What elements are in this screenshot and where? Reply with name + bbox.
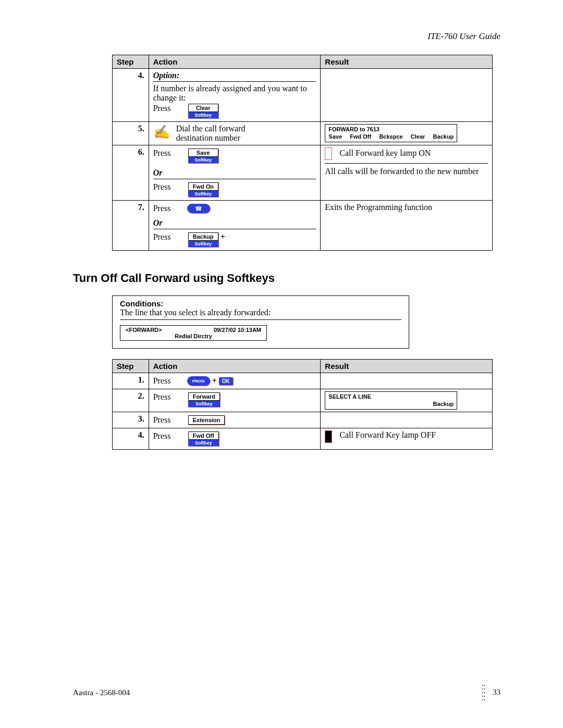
page-root: ITE-760 User Guide Step Action Result 4.… xyxy=(0,0,563,728)
action-cell: ✍ Dial the call forward destination numb… xyxy=(149,122,321,145)
step-number: 4. xyxy=(113,69,149,122)
result-cell: Call Forward Key lamp OFF xyxy=(321,428,493,449)
action-cell: Press ☎ Or Press Backup Softkey + xyxy=(149,201,321,251)
press-label: Press xyxy=(153,232,182,242)
table-row: 6. Press Save Softkey Or Press Fwd On So… xyxy=(113,145,493,201)
extension-key: Extension xyxy=(188,415,225,425)
softkey-sublabel: Softkey xyxy=(188,440,219,446)
dots-icon: ·········· xyxy=(482,684,486,702)
option-heading: Option: xyxy=(153,71,316,82)
step-number: 7. xyxy=(113,201,149,251)
action-cell: Press Save Softkey Or Press Fwd On Softk… xyxy=(149,145,321,201)
press-label: Press xyxy=(153,392,182,402)
press-label: Press xyxy=(153,415,182,425)
forward-softkey: Forward Softkey xyxy=(188,392,220,407)
table-row: 1. Press PROG + OK xyxy=(113,373,493,389)
step-number: 1. xyxy=(113,373,149,389)
press-label: Press xyxy=(153,149,182,158)
table-row: 2. Press Forward Softkey SELECT A LINE B… xyxy=(113,389,493,412)
key-label: Save xyxy=(188,149,218,157)
col-step: Step xyxy=(113,55,149,69)
press-label: Press xyxy=(153,431,182,441)
footer-left: Aastra - 2568-004 xyxy=(73,688,130,697)
key-label: Clear xyxy=(188,104,218,112)
col-action: Action xyxy=(149,55,321,69)
lcd-right: Backup xyxy=(328,400,454,408)
action-cell: Option: If number is already assigned an… xyxy=(149,69,321,122)
steps-table-2: Step Action Result 1. Press PROG + OK 2. xyxy=(112,359,493,450)
phone-icon: ☎ xyxy=(195,205,202,212)
col-result: Result xyxy=(321,360,493,373)
lamp-on-icon xyxy=(325,147,332,160)
col-result: Result xyxy=(321,55,493,69)
press-label: Press xyxy=(153,104,182,113)
result-cell: FORWARD to 7613 Save Fwd Off Bckspce Cle… xyxy=(321,122,493,145)
doc-header: ITE-760 User Guide xyxy=(73,31,500,42)
col-step: Step xyxy=(113,360,149,373)
key-label: Fwd On xyxy=(188,182,218,191)
table-row: 4. Press Fwd Off Softkey Call Forward Ke… xyxy=(113,428,493,449)
backup-softkey: Backup Softkey xyxy=(188,232,218,247)
action-cell: Press PROG + OK xyxy=(149,373,321,389)
lcd-right: 09/27/02 10:13AM xyxy=(214,327,261,333)
table-row: 7. Press ☎ Or Press Backup Softkey + xyxy=(113,201,493,251)
page-footer: Aastra - 2568-004 ·········· 33 xyxy=(73,684,500,702)
action-text: If number is already assigned and you wa… xyxy=(153,84,316,103)
table-row: 3. Press Extension xyxy=(113,412,493,428)
result-cell xyxy=(321,373,493,389)
lcd-line1: FORWARD to 7613 xyxy=(328,126,454,133)
plus-icon: + xyxy=(212,376,217,386)
step-number: 3. xyxy=(113,412,149,428)
lamp-text: Call Forward Key lamp OFF xyxy=(339,430,444,440)
section-heading: Turn Off Call Forward using Softkeys xyxy=(73,272,500,285)
softkey-sublabel: Softkey xyxy=(188,112,218,118)
table-row: 5. ✍ Dial the call forward destination n… xyxy=(113,122,493,145)
fwdon-softkey: Fwd On Softkey xyxy=(188,182,218,197)
lcd-line1: SELECT A LINE xyxy=(328,393,454,400)
col-action: Action xyxy=(149,360,321,373)
result-cell: Exits the Programming function xyxy=(321,201,493,251)
softkey-sublabel: Softkey xyxy=(188,401,220,407)
table2-header-row: Step Action Result xyxy=(113,360,493,373)
conditions-box: Conditions: The line that you select is … xyxy=(112,295,409,349)
lcd-key: Clear xyxy=(411,133,425,140)
press-label: Press xyxy=(153,376,182,386)
press-label: Press xyxy=(153,182,182,192)
write-icon: ✍ xyxy=(153,124,170,140)
prog-hardkey: PROG xyxy=(187,376,210,386)
clear-softkey: Clear Softkey xyxy=(188,104,218,118)
steps-table-1: Step Action Result 4. Option: If number … xyxy=(112,55,493,251)
lcd-left: <FORWARD> xyxy=(126,327,162,333)
lcd-bottom: Redial Dirctry xyxy=(126,333,261,339)
conditions-title: Conditions: xyxy=(120,299,401,308)
lcd-display: SELECT A LINE Backup xyxy=(325,391,457,410)
result-cell: Call Forward key lamp ON All calls will … xyxy=(321,145,493,201)
step-number: 6. xyxy=(113,145,149,201)
page-number: 33 xyxy=(493,688,500,696)
key-label: Fwd Off xyxy=(188,431,219,440)
table1-header-row: Step Action Result xyxy=(113,55,493,69)
save-softkey: Save Softkey xyxy=(188,149,218,163)
lcd-key: Fwd Off xyxy=(350,133,371,140)
lcd-display: FORWARD to 7613 Save Fwd Off Bckspce Cle… xyxy=(325,124,457,142)
softkey-sublabel: Softkey xyxy=(188,241,218,247)
press-label: Press xyxy=(153,204,182,213)
release-hardkey: ☎ xyxy=(187,204,210,213)
result-cell: SELECT A LINE Backup xyxy=(321,389,493,412)
action-text: Dial the call forward destination number xyxy=(176,124,280,143)
step-number: 2. xyxy=(113,389,149,412)
table-row: 4. Option: If number is already assigned… xyxy=(113,69,493,122)
softkey-sublabel: Softkey xyxy=(188,191,218,197)
or-heading: Or xyxy=(153,168,316,179)
key-label: Forward xyxy=(188,392,220,401)
lcd-display: <FORWARD> 09/27/02 10:13AM Redial Dirctr… xyxy=(120,325,267,341)
result-text: All calls will be forwarded to the new n… xyxy=(325,167,488,176)
step-number: 4. xyxy=(113,428,149,449)
conditions-text: The line that you select is already forw… xyxy=(120,308,401,320)
softkey-sublabel: Softkey xyxy=(188,157,218,163)
result-cell xyxy=(321,412,493,428)
or-heading: Or xyxy=(153,218,316,229)
plus-icon: + xyxy=(221,232,225,242)
lcd-key: Save xyxy=(328,133,342,140)
action-cell: Press Extension xyxy=(149,412,321,428)
